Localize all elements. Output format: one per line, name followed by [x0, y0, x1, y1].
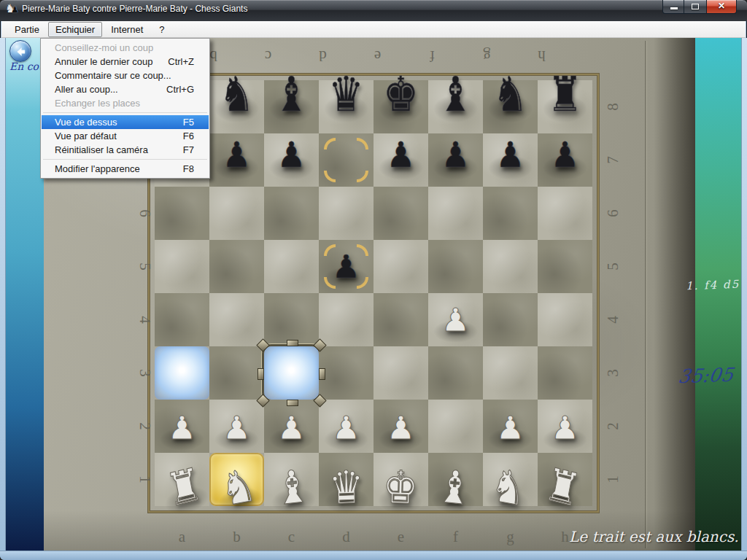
file-label-top-d: d: [295, 47, 350, 65]
stone-groove-line: [645, 41, 647, 548]
menu-item-vue-par-d-faut[interactable]: Vue par défautF6: [42, 129, 209, 143]
piece-black-pawn-h7[interactable]: ♟: [538, 125, 592, 184]
menu-item-annuler-le-dernier-coup[interactable]: Annuler le dernier coupCtrl+Z: [42, 55, 209, 69]
piece-white-rook-h1[interactable]: ♜: [530, 451, 595, 524]
piece-white-pawn-g2[interactable]: ♟: [483, 401, 538, 454]
square-f5[interactable]: [428, 240, 483, 293]
piece-black-pawn-c7[interactable]: ♟: [264, 125, 319, 184]
square-d3[interactable]: [319, 346, 374, 400]
piece-white-pawn-c2[interactable]: ♟: [264, 401, 319, 454]
menu-item-commentaire-sur-ce-coup[interactable]: Commentaire sur ce coup...: [42, 69, 209, 82]
menu-item-aller-au-coup[interactable]: Aller au coup...Ctrl+G: [42, 82, 209, 96]
square-h4[interactable]: [538, 293, 592, 346]
menu-item-echanger-les-places[interactable]: Echanger les places: [42, 96, 209, 110]
file-label-bottom-g: g: [483, 528, 538, 546]
piece-black-pawn-g7[interactable]: ♟: [483, 125, 538, 184]
rank-label-left-6: 6: [118, 205, 171, 222]
square-e3[interactable]: [374, 346, 428, 400]
back-button[interactable]: [9, 40, 31, 62]
file-label-bottom-e: e: [374, 528, 428, 546]
piece-black-queen-d8[interactable]: ♛: [319, 62, 374, 127]
square-f6[interactable]: [428, 187, 483, 240]
piece-white-knight-g1[interactable]: ♞: [478, 452, 540, 522]
last-move-corner-marker: [357, 138, 368, 149]
rank-label-left-3: 3: [118, 365, 171, 382]
square-e4[interactable]: [374, 293, 428, 346]
square-e6[interactable]: [374, 187, 428, 240]
square-h6[interactable]: [538, 187, 592, 240]
menu-item-modifier-l-apparence[interactable]: Modifier l'apparenceF8: [42, 162, 209, 176]
piece-black-bishop-f8[interactable]: ♝: [428, 62, 483, 127]
piece-black-knight-b8[interactable]: ♞: [209, 62, 264, 127]
square-c4[interactable]: [264, 293, 319, 346]
piece-black-pawn-d5[interactable]: ♟: [319, 240, 374, 293]
minimize-button[interactable]: [662, 0, 684, 14]
square-c3[interactable]: [264, 346, 319, 400]
square-c5[interactable]: [264, 240, 319, 293]
rank-label-left-5: 5: [118, 258, 171, 276]
menu-item-conseillez-moi-un-coup[interactable]: Conseillez-moi un coup: [42, 41, 209, 55]
square-g4[interactable]: [483, 293, 538, 346]
square-b3[interactable]: [209, 346, 264, 400]
title-bar: ♞♟ Pierre-Marie Baty contre Pierre-Marie…: [0, 0, 747, 21]
menubar-item-partie[interactable]: Partie: [7, 22, 47, 37]
square-f3[interactable]: [428, 346, 483, 400]
rank-label-right-2: 2: [587, 418, 640, 435]
square-b5[interactable]: [209, 240, 264, 293]
window-border-right: [741, 38, 747, 560]
piece-black-rook-h8[interactable]: ♜: [538, 62, 592, 127]
piece-white-pawn-h2[interactable]: ♟: [538, 401, 592, 454]
menu-item-label: Annuler le dernier coup: [55, 56, 152, 67]
chess-pieces-icon: ♞♟: [5, 3, 18, 16]
menu-item-label: Echanger les places: [55, 98, 140, 109]
ornate-frame-ornament: [320, 369, 325, 379]
menu-item-shortcut: F8: [183, 163, 194, 174]
window-title: Pierre-Marie Baty contre Pierre-Marie Ba…: [22, 4, 247, 14]
square-b6[interactable]: [209, 187, 264, 240]
maximize-button[interactable]: [684, 0, 706, 14]
menu-item-label: Vue par défaut: [55, 131, 117, 141]
square-d4[interactable]: [319, 293, 374, 346]
square-h5[interactable]: [538, 240, 592, 293]
last-move-corner-marker: [324, 171, 336, 182]
square-f2[interactable]: [428, 400, 483, 453]
square-b4[interactable]: [209, 293, 264, 346]
square-h3[interactable]: [538, 346, 592, 400]
piece-black-bishop-c8[interactable]: ♝: [264, 62, 319, 127]
piece-white-pawn-f4[interactable]: ♟: [428, 293, 483, 346]
piece-white-pawn-d2[interactable]: ♟: [319, 401, 374, 454]
piece-black-pawn-b7[interactable]: ♟: [209, 125, 264, 184]
square-c6[interactable]: [264, 187, 319, 240]
menubar-item-aide[interactable]: ?: [152, 22, 171, 37]
turn-message: Le trait est aux blancs.: [569, 528, 735, 545]
piece-black-pawn-f7[interactable]: ♟: [428, 125, 483, 184]
minimize-icon: [670, 7, 678, 9]
piece-white-pawn-b2[interactable]: ♟: [209, 401, 264, 454]
menubar-item-echiquier[interactable]: Echiquier: [48, 22, 102, 37]
piece-black-pawn-e7[interactable]: ♟: [374, 125, 428, 184]
square-g6[interactable]: [483, 187, 538, 240]
rank-label-left-2: 2: [118, 418, 171, 435]
file-label-top-h: h: [514, 47, 569, 65]
square-d7[interactable]: [319, 133, 374, 187]
piece-white-bishop-f1[interactable]: ♝: [425, 454, 484, 521]
piece-white-knight-b1[interactable]: ♞: [207, 452, 269, 522]
piece-white-queen-d1[interactable]: ♛: [318, 456, 374, 519]
square-g3[interactable]: [483, 346, 538, 400]
menubar-item-internet[interactable]: Internet: [104, 22, 150, 37]
piece-white-pawn-e2[interactable]: ♟: [374, 401, 428, 454]
piece-black-king-e8[interactable]: ♚: [374, 62, 428, 127]
clock: 35:05: [677, 364, 735, 388]
app-window: ♜♞♝♛♚♝♞♜♟♟♟♟♟♟♟♟♟♟♟♟♟♟♟♟♜♞♝♛♚♝♞♜ abcdefg…: [0, 0, 747, 560]
close-button[interactable]: ✕: [706, 0, 737, 14]
piece-white-king-e1[interactable]: ♚: [372, 456, 428, 519]
piece-black-knight-g8[interactable]: ♞: [483, 62, 538, 127]
menu-item-vue-de-dessus[interactable]: Vue de dessusF5: [42, 115, 209, 129]
square-e5[interactable]: [374, 240, 428, 293]
square-d6[interactable]: [319, 187, 374, 240]
square-g5[interactable]: [483, 240, 538, 293]
backdrop-right-gradient: [695, 38, 741, 551]
menu-item-r-initialiser-la-cam-ra[interactable]: Réinitialiser la caméraF7: [42, 143, 209, 157]
piece-white-bishop-c1[interactable]: ♝: [263, 454, 322, 521]
move-notation: 1. f4 d5: [686, 278, 740, 293]
